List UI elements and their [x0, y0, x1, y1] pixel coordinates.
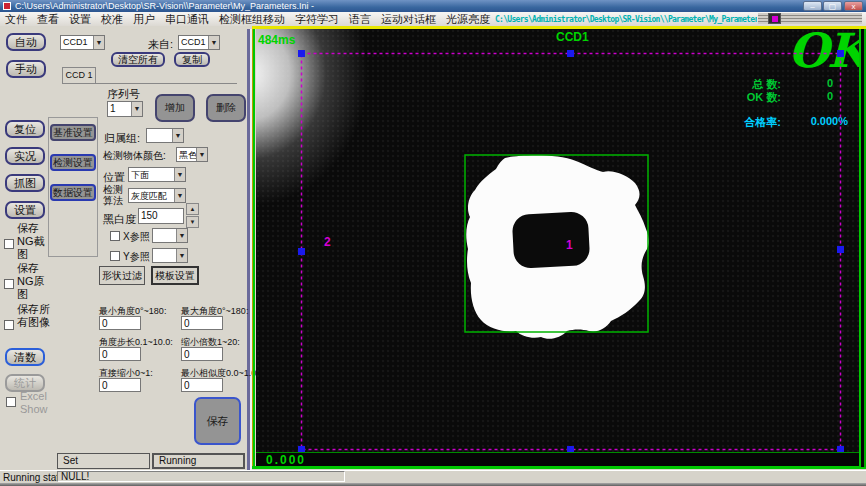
grab-button[interactable]: 抓图 [5, 174, 45, 192]
position-select[interactable]: 下面 ▼ [128, 167, 186, 182]
chevron-down-icon[interactable]: ▼ [93, 36, 104, 49]
roi-handle[interactable] [837, 246, 844, 253]
algorithm-label-line2: 算法 [103, 194, 123, 208]
menu-item-char-learning[interactable]: 字符学习 [290, 12, 344, 26]
object-color-select[interactable]: 黑色 ▼ [176, 147, 208, 162]
title-bar: C:\Users\Administrator\Desktop\SR-Vision… [0, 0, 866, 12]
menu-item-motion-dialog[interactable]: 运动对话框 [376, 12, 441, 26]
position-select-value: 下面 [131, 169, 149, 182]
roi-handle[interactable] [298, 248, 305, 255]
template-settings-button[interactable]: 模板设置 [151, 266, 199, 285]
status-value: NULL! [61, 471, 89, 482]
minimize-button[interactable]: – [803, 1, 822, 11]
auto-button[interactable]: 自动 [6, 33, 46, 51]
ccd1-tab[interactable]: CCD 1 [62, 67, 96, 83]
roi-label-1: 1 [566, 238, 573, 252]
serial-select-value: 1 [110, 103, 116, 114]
chevron-down-icon[interactable]: ▼ [196, 148, 207, 161]
detect-settings-button[interactable]: 检测设置 [50, 154, 96, 171]
menu-item-settings[interactable]: 设置 [64, 12, 96, 26]
window-title: C:\Users\Administrator\Desktop\SR-Vision… [15, 0, 314, 12]
from-label: 来自: [148, 37, 173, 52]
light-brightness-slider[interactable] [758, 13, 862, 24]
shape-filter-button[interactable]: 形状过滤 [99, 266, 145, 285]
slider-thumb[interactable] [768, 13, 781, 24]
menu-item-view[interactable]: 查看 [32, 12, 64, 26]
live-button[interactable]: 实况 [5, 147, 45, 165]
roi-handle[interactable] [567, 50, 574, 57]
y-ref-label: Y参照 [123, 250, 150, 264]
algorithm-select-value: 灰度匹配 [131, 190, 167, 203]
menu-item-file[interactable]: 文件 [0, 12, 32, 26]
menu-item-calibration[interactable]: 校准 [96, 12, 128, 26]
chevron-down-icon[interactable]: ▼ [131, 102, 142, 116]
camera-bottom-strip: 0.000 [256, 452, 859, 466]
clear-count-button[interactable]: 清数 [5, 348, 45, 366]
manual-button[interactable]: 手动 [6, 60, 46, 78]
x-ref-select[interactable]: ▼ [152, 228, 188, 243]
ccd-select[interactable]: CCD1 ▼ [60, 35, 105, 50]
x-ref-checkbox[interactable] [110, 231, 120, 241]
close-button[interactable]: x [844, 1, 863, 11]
tab-running[interactable]: Running [152, 453, 245, 469]
angle-step-input[interactable]: 0 [99, 347, 141, 361]
camera-viewport[interactable]: 484ms CCD1 OK 总 数: 0 OK 数: 0 合格率: 0.000% [256, 29, 859, 452]
y-ref-select[interactable]: ▼ [152, 248, 188, 263]
app-icon [3, 2, 11, 10]
min-angle-input[interactable]: 0 [99, 316, 141, 330]
spinner-up-icon[interactable]: ▲ [186, 203, 199, 215]
max-angle-input[interactable]: 0 [181, 316, 223, 330]
menu-item-detect-frame-move[interactable]: 检测框组移动 [214, 12, 290, 26]
camera-left-green-line [253, 29, 255, 467]
serial-label: 序列号 [107, 87, 140, 102]
add-button[interactable]: 增加 [155, 94, 195, 122]
y-ref-checkbox[interactable] [110, 251, 120, 261]
roi-handle[interactable] [298, 50, 305, 57]
clear-all-button[interactable]: 清空所有 [111, 52, 165, 67]
tab-set[interactable]: Set [57, 453, 150, 469]
menu-bar: 文件 查看 设置 校准 用户 串口通讯 检测框组移动 字符学习 语言 运动对话框… [0, 12, 866, 26]
menu-item-light-brightness[interactable]: 光源亮度 [441, 12, 495, 26]
excel-show-label: Excel Show [20, 390, 54, 416]
save-button[interactable]: 保存 [194, 397, 241, 445]
min-similarity-input[interactable]: 0 [181, 378, 223, 392]
direct-shrink-input[interactable]: 0 [99, 378, 141, 392]
group-label: 归属组: [104, 131, 140, 146]
roi-label-2: 2 [324, 235, 331, 249]
save-ng-capture-checkbox[interactable] [4, 239, 14, 249]
shrink-input[interactable]: 0 [181, 347, 223, 361]
from-select-value: CCD1 [181, 37, 206, 47]
save-all-images-label: 保存所有图像 [17, 303, 53, 329]
group-select[interactable]: ▼ [146, 128, 184, 143]
save-ng-original-checkbox[interactable] [4, 279, 14, 289]
chevron-down-icon[interactable]: ▼ [172, 129, 183, 142]
from-select[interactable]: CCD1 ▼ [178, 35, 220, 50]
reset-button[interactable]: 复位 [5, 120, 45, 138]
camera-bottom-value: 0.000 [266, 453, 306, 467]
save-all-images-checkbox[interactable] [4, 320, 14, 330]
chevron-down-icon[interactable]: ▼ [208, 36, 219, 49]
algorithm-select[interactable]: 灰度匹配 ▼ [128, 188, 186, 203]
delete-button[interactable]: 删除 [206, 94, 246, 122]
chevron-down-icon[interactable]: ▼ [176, 249, 187, 262]
menu-item-language[interactable]: 语言 [344, 12, 376, 26]
roi-handle[interactable] [837, 50, 844, 57]
chevron-down-icon[interactable]: ▼ [174, 189, 185, 202]
menu-item-serial-comm[interactable]: 串口通讯 [160, 12, 214, 26]
serial-select[interactable]: 1 ▼ [107, 101, 143, 117]
datum-settings-button[interactable]: 基准设置 [50, 124, 96, 141]
data-settings-button[interactable]: 数据设置 [50, 184, 96, 201]
menu-item-user[interactable]: 用户 [128, 12, 160, 26]
spinner-down-icon[interactable]: ▼ [186, 216, 199, 228]
maximize-button[interactable]: ▢ [823, 1, 842, 11]
excel-show-checkbox[interactable] [6, 397, 16, 407]
status-label: Running state [3, 472, 65, 483]
object-color-label: 检测物体颜色: [103, 149, 166, 163]
threshold-input[interactable]: 150 [138, 208, 184, 224]
object-color-value: 黑色 [179, 149, 197, 162]
status-value-field: NULL! [57, 471, 345, 482]
copy-button[interactable]: 复制 [174, 52, 210, 67]
chevron-down-icon[interactable]: ▼ [174, 168, 185, 181]
setup-button[interactable]: 设置 [5, 201, 45, 219]
chevron-down-icon[interactable]: ▼ [176, 229, 187, 242]
